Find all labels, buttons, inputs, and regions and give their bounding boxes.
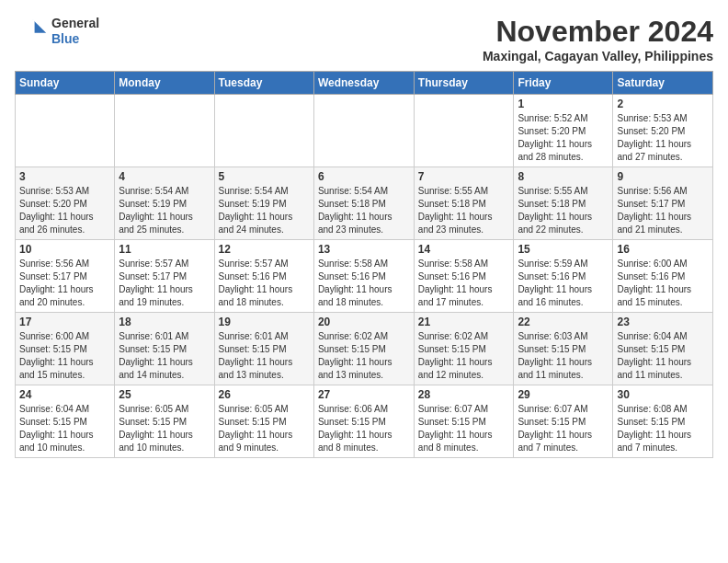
weekday-header-sunday: Sunday xyxy=(16,72,115,95)
calendar-cell: 14Sunrise: 5:58 AM Sunset: 5:16 PM Dayli… xyxy=(414,240,514,313)
day-info: Sunrise: 6:01 AM Sunset: 5:15 PM Dayligh… xyxy=(219,330,310,382)
day-number: 11 xyxy=(119,243,210,256)
day-number: 7 xyxy=(418,170,510,183)
day-number: 10 xyxy=(19,243,110,256)
calendar-cell: 16Sunrise: 6:00 AM Sunset: 5:16 PM Dayli… xyxy=(613,240,713,313)
day-number: 4 xyxy=(119,170,210,183)
calendar-cell: 27Sunrise: 6:06 AM Sunset: 5:15 PM Dayli… xyxy=(313,385,414,458)
calendar-cell: 8Sunrise: 5:55 AM Sunset: 5:18 PM Daylig… xyxy=(514,167,613,240)
calendar-week-row: 24Sunrise: 6:04 AM Sunset: 5:15 PM Dayli… xyxy=(16,385,713,458)
day-info: Sunrise: 5:58 AM Sunset: 5:16 PM Dayligh… xyxy=(318,258,410,309)
day-number: 28 xyxy=(418,388,510,401)
calendar-cell: 20Sunrise: 6:02 AM Sunset: 5:15 PM Dayli… xyxy=(313,313,414,385)
calendar-week-row: 1Sunrise: 5:52 AM Sunset: 5:20 PM Daylig… xyxy=(16,95,713,167)
calendar-cell: 29Sunrise: 6:07 AM Sunset: 5:15 PM Dayli… xyxy=(514,385,613,458)
day-number: 19 xyxy=(219,316,310,328)
logo-icon xyxy=(15,15,48,48)
calendar-cell: 12Sunrise: 5:57 AM Sunset: 5:16 PM Dayli… xyxy=(214,240,313,313)
day-number: 29 xyxy=(518,388,609,401)
day-info: Sunrise: 5:53 AM Sunset: 5:20 PM Dayligh… xyxy=(19,185,110,236)
day-info: Sunrise: 6:02 AM Sunset: 5:15 PM Dayligh… xyxy=(418,330,510,382)
day-number: 14 xyxy=(418,243,510,256)
calendar-cell: 17Sunrise: 6:00 AM Sunset: 5:15 PM Dayli… xyxy=(16,313,115,385)
logo: General Blue xyxy=(15,15,99,48)
title-block: November 2024 Maxingal, Cagayan Valley, … xyxy=(483,15,713,63)
day-number: 8 xyxy=(518,170,609,183)
day-number: 2 xyxy=(617,98,709,110)
calendar-cell: 2Sunrise: 5:53 AM Sunset: 5:20 PM Daylig… xyxy=(613,95,713,167)
day-number: 24 xyxy=(19,388,110,401)
calendar-cell xyxy=(16,95,115,167)
weekday-header-friday: Friday xyxy=(514,72,613,95)
day-info: Sunrise: 5:52 AM Sunset: 5:20 PM Dayligh… xyxy=(518,112,609,164)
day-info: Sunrise: 5:53 AM Sunset: 5:20 PM Dayligh… xyxy=(617,112,709,164)
day-info: Sunrise: 6:05 AM Sunset: 5:15 PM Dayligh… xyxy=(119,403,210,454)
calendar-cell: 15Sunrise: 5:59 AM Sunset: 5:16 PM Dayli… xyxy=(514,240,613,313)
day-number: 26 xyxy=(219,388,310,401)
day-number: 9 xyxy=(617,170,709,183)
day-number: 6 xyxy=(318,170,410,183)
calendar-cell: 13Sunrise: 5:58 AM Sunset: 5:16 PM Dayli… xyxy=(313,240,414,313)
calendar-cell: 18Sunrise: 6:01 AM Sunset: 5:15 PM Dayli… xyxy=(115,313,214,385)
calendar-cell xyxy=(313,95,414,167)
calendar-cell: 21Sunrise: 6:02 AM Sunset: 5:15 PM Dayli… xyxy=(414,313,514,385)
day-info: Sunrise: 5:56 AM Sunset: 5:17 PM Dayligh… xyxy=(617,185,709,236)
calendar-cell: 28Sunrise: 6:07 AM Sunset: 5:15 PM Dayli… xyxy=(414,385,514,458)
day-number: 13 xyxy=(318,243,410,256)
calendar-cell: 30Sunrise: 6:08 AM Sunset: 5:15 PM Dayli… xyxy=(613,385,713,458)
calendar-table: SundayMondayTuesdayWednesdayThursdayFrid… xyxy=(15,71,713,458)
day-number: 1 xyxy=(518,98,609,110)
day-info: Sunrise: 5:56 AM Sunset: 5:17 PM Dayligh… xyxy=(19,258,110,309)
day-info: Sunrise: 6:02 AM Sunset: 5:15 PM Dayligh… xyxy=(318,330,410,382)
day-info: Sunrise: 6:01 AM Sunset: 5:15 PM Dayligh… xyxy=(119,330,210,382)
calendar-cell: 6Sunrise: 5:54 AM Sunset: 5:18 PM Daylig… xyxy=(313,167,414,240)
weekday-header-wednesday: Wednesday xyxy=(313,72,414,95)
weekday-header-saturday: Saturday xyxy=(613,72,713,95)
day-info: Sunrise: 6:07 AM Sunset: 5:15 PM Dayligh… xyxy=(418,403,510,454)
calendar-week-row: 3Sunrise: 5:53 AM Sunset: 5:20 PM Daylig… xyxy=(16,167,713,240)
day-number: 18 xyxy=(119,316,210,328)
day-number: 5 xyxy=(219,170,310,183)
calendar-cell: 25Sunrise: 6:05 AM Sunset: 5:15 PM Dayli… xyxy=(115,385,214,458)
day-info: Sunrise: 5:57 AM Sunset: 5:17 PM Dayligh… xyxy=(119,258,210,309)
weekday-header-thursday: Thursday xyxy=(414,72,514,95)
calendar-cell: 23Sunrise: 6:04 AM Sunset: 5:15 PM Dayli… xyxy=(613,313,713,385)
weekday-header-monday: Monday xyxy=(115,72,214,95)
location-title: Maxingal, Cagayan Valley, Philippines xyxy=(483,49,713,63)
calendar-cell xyxy=(414,95,514,167)
day-info: Sunrise: 5:57 AM Sunset: 5:16 PM Dayligh… xyxy=(219,258,310,309)
day-number: 25 xyxy=(119,388,210,401)
calendar-week-row: 17Sunrise: 6:00 AM Sunset: 5:15 PM Dayli… xyxy=(16,313,713,385)
calendar-cell: 22Sunrise: 6:03 AM Sunset: 5:15 PM Dayli… xyxy=(514,313,613,385)
day-number: 16 xyxy=(617,243,709,256)
day-number: 12 xyxy=(219,243,310,256)
day-number: 22 xyxy=(518,316,609,328)
day-info: Sunrise: 6:04 AM Sunset: 5:15 PM Dayligh… xyxy=(19,403,110,454)
day-number: 23 xyxy=(617,316,709,328)
calendar-week-row: 10Sunrise: 5:56 AM Sunset: 5:17 PM Dayli… xyxy=(16,240,713,313)
day-number: 3 xyxy=(19,170,110,183)
day-info: Sunrise: 5:55 AM Sunset: 5:18 PM Dayligh… xyxy=(518,185,609,236)
day-info: Sunrise: 6:03 AM Sunset: 5:15 PM Dayligh… xyxy=(518,330,609,382)
calendar-cell: 26Sunrise: 6:05 AM Sunset: 5:15 PM Dayli… xyxy=(214,385,313,458)
calendar-header-row: SundayMondayTuesdayWednesdayThursdayFrid… xyxy=(16,72,713,95)
day-number: 30 xyxy=(617,388,709,401)
logo-text: General Blue xyxy=(51,16,99,47)
day-number: 17 xyxy=(19,316,110,328)
calendar-cell: 5Sunrise: 5:54 AM Sunset: 5:19 PM Daylig… xyxy=(214,167,313,240)
day-info: Sunrise: 5:54 AM Sunset: 5:19 PM Dayligh… xyxy=(219,185,310,236)
calendar-cell xyxy=(115,95,214,167)
day-info: Sunrise: 5:58 AM Sunset: 5:16 PM Dayligh… xyxy=(418,258,510,309)
calendar-cell: 4Sunrise: 5:54 AM Sunset: 5:19 PM Daylig… xyxy=(115,167,214,240)
calendar-cell: 3Sunrise: 5:53 AM Sunset: 5:20 PM Daylig… xyxy=(16,167,115,240)
svg-rect-2 xyxy=(17,19,35,42)
day-info: Sunrise: 6:05 AM Sunset: 5:15 PM Dayligh… xyxy=(219,403,310,454)
calendar-cell xyxy=(214,95,313,167)
day-number: 15 xyxy=(518,243,609,256)
day-info: Sunrise: 6:00 AM Sunset: 5:16 PM Dayligh… xyxy=(617,258,709,309)
calendar-cell: 9Sunrise: 5:56 AM Sunset: 5:17 PM Daylig… xyxy=(613,167,713,240)
month-title: November 2024 xyxy=(483,15,713,49)
day-number: 27 xyxy=(318,388,410,401)
day-info: Sunrise: 6:08 AM Sunset: 5:15 PM Dayligh… xyxy=(617,403,709,454)
calendar-cell: 19Sunrise: 6:01 AM Sunset: 5:15 PM Dayli… xyxy=(214,313,313,385)
